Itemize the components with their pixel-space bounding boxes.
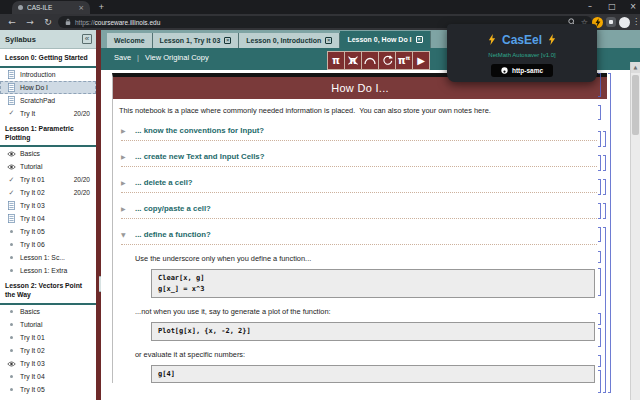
tab-close-icon[interactable]: × [78,4,84,12]
cell-bracket[interactable] [603,179,606,195]
tab-close-icon[interactable]: × [416,36,423,43]
view-original-copy-button[interactable]: View Original Copy [145,53,209,62]
toolbar-separator: | [137,53,139,62]
tab-label: Lesson 1, Try It 03 [160,37,221,44]
cell-bracket[interactable] [603,203,606,219]
github-link-button[interactable]: http-samc [491,64,553,77]
cell-bracket[interactable] [598,268,601,296]
sidebar-item-try-it-06[interactable]: Try It 06 [0,396,96,400]
sidebar-item-label: Lesson 1: Sc... [20,254,65,261]
cell-bracket[interactable] [598,313,601,325]
triangle-right-icon[interactable]: ▶ [121,153,128,160]
cell-bracket[interactable] [598,203,601,219]
arc-button[interactable] [361,51,379,70]
sidebar-item-tutorial[interactable]: Tutorial [0,160,96,173]
workspace-tab-lesson-1-try-it-03[interactable]: Lesson 1, Try It 03× [153,33,240,48]
tab-close-icon[interactable]: × [325,37,332,44]
window-close-button[interactable]: × [625,0,640,14]
play-button[interactable]: ▶ [412,51,430,70]
profile-avatar[interactable] [619,17,630,28]
sidebar-item-label: Try It 01 [20,334,45,341]
cell-bracket[interactable] [603,155,606,171]
code-cell-clear[interactable]: Clear[x, g] g[x_] = x^3 [151,269,595,298]
define-function-body: Use the underscore only when you define … [113,254,607,383]
document-icon [7,70,16,79]
cell-bracket[interactable] [603,227,606,393]
sidebar-item-basics[interactable]: Basics [0,147,96,160]
notebook-page: How Do I... This notebook is a place whe… [112,73,607,383]
sidebar-item-try-it-05[interactable]: Try It 05 [0,383,96,396]
cell-bracket[interactable] [603,131,606,147]
notebook-section-define-a-function[interactable]: ▼... define a function? [121,230,597,245]
notebook-section-create-new-text-and-input-cells[interactable]: ▶... create new Text and Input Cells? [121,152,597,167]
sidebar-item-try-it-01[interactable]: ✓Try It 0120/20 [0,173,96,186]
sidebar-item-try-it-06[interactable]: Try It 06 [0,238,96,251]
document-icon [7,214,16,223]
cell-bracket[interactable] [598,155,601,171]
sidebar-item-scratchpad[interactable]: ScratchPad [0,94,96,107]
cell-bracket[interactable] [598,251,601,263]
sidebar-item-try-it-04[interactable]: Try It 04 [0,212,96,225]
sidebar-item-try-it-01[interactable]: Try It 01 [0,331,96,344]
notebook-section-delete-a-cell[interactable]: ▶... delete a cell? [121,178,597,193]
sidebar-item-lesson-1-extra[interactable]: Lesson 1: Extra [0,264,96,277]
sidebar-item-how-do-i[interactable]: How Do I [0,81,96,94]
sidebar-item-introduction[interactable]: Introduction [0,68,96,81]
triangle-right-icon[interactable]: ▶ [121,179,128,186]
triangle-down-icon[interactable]: ▼ [121,231,128,238]
sidebar-item-try-it-04[interactable]: Try It 04 [0,370,96,383]
triangle-right-icon[interactable]: ▶ [121,127,128,134]
forward-button[interactable]: → [24,16,36,28]
sidebar-item-try-it-02[interactable]: Try It 02 [0,344,96,357]
github-username: http-samc [512,67,543,74]
sidebar-item-try-it-03[interactable]: Try It 03 [0,199,96,212]
sidebar-item-try-it-05[interactable]: Try It 05 [0,225,96,238]
sidebar-collapse-button[interactable]: « [82,34,92,44]
scroll-up-icon[interactable]: ▲ [631,62,640,73]
sidebar-item-try-it-03[interactable]: Try It 03 [0,357,96,370]
new-tab-button[interactable]: + [96,2,107,13]
pi-cross-button[interactable]: π [344,51,362,70]
sidebar-item-try-it-02[interactable]: ✓Try It 0220/20 [0,186,96,199]
notebook-section-know-the-conventions-for-input[interactable]: ▶... know the conventions for Input? [121,126,597,141]
cell-bracket[interactable] [598,73,601,97]
cell-bracket[interactable] [608,73,611,393]
back-button[interactable]: ← [6,16,18,28]
sidebar-item-try-it[interactable]: ✓Try It20/20 [0,107,96,120]
rotate-button[interactable] [378,51,396,70]
scrollbar-thumb[interactable] [632,75,639,135]
workspace-tab-lesson-0-how-do-i[interactable]: Lesson 0, How Do I× [340,31,430,48]
cell-bracket[interactable] [598,370,601,393]
triangle-right-icon[interactable]: ▶ [121,205,128,212]
code-cell-evaluate[interactable]: g[4] [151,365,595,384]
save-button[interactable]: Save [114,53,131,62]
extension-icon[interactable] [606,17,616,27]
cell-bracket[interactable] [598,131,601,147]
browser-tab[interactable]: CAS-ILE × [12,1,90,14]
cell-bracket[interactable] [598,328,601,347]
notebook-section-copy-paste-a-cell[interactable]: ▶... copy/paste a cell? [121,204,597,219]
window-maximize-button[interactable]: □ [604,0,620,14]
cell-bracket[interactable] [598,355,601,367]
cell-bracket[interactable] [598,227,601,242]
sidebar-item-tutorial[interactable]: Tutorial [0,318,96,331]
pi-power-button[interactable]: ππ [395,51,413,70]
notebook-section-list: ▶... know the conventions for Input?▶...… [113,126,607,245]
sidebar-item-basics[interactable]: Basics [0,305,96,318]
window-minimize-button[interactable]: – [582,0,598,14]
sidebar-item-label: Try It 06 [20,241,45,248]
workspace-tab-welcome[interactable]: Welcome [107,33,153,48]
reload-button[interactable]: ↻ [42,16,54,28]
browser-menu-icon[interactable]: ⋮ [632,16,640,28]
code-cell-plot[interactable]: Plot[g[x], {x, -2, 2}] [151,322,595,341]
workspace-tab-lesson-0-introduction[interactable]: Lesson 0, Introduction× [239,33,340,48]
sidebar-title: Syllabus [0,35,82,44]
cell-bracket[interactable] [598,179,601,195]
tab-close-icon[interactable]: × [224,37,231,44]
pi-button[interactable]: π [327,51,345,70]
browser-tabstrip: CAS-ILE × + – □ × [0,0,640,14]
cell-bracket[interactable] [598,105,601,120]
sidebar-item-lesson-1-sc[interactable]: Lesson 1: Sc... [0,251,96,264]
notebook-scrollbar[interactable]: ▲ [630,62,640,400]
dot-icon [7,310,16,313]
